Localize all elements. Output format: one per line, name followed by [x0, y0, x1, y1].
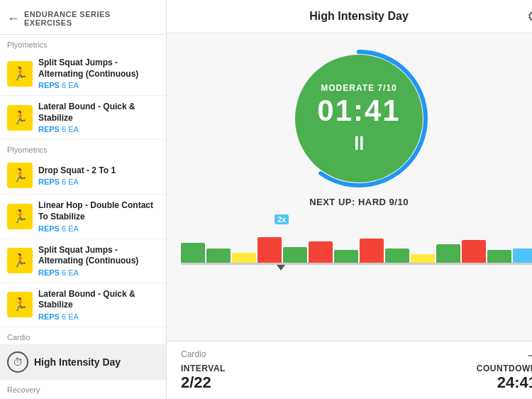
exercise-thumb: 🏃 — [7, 292, 33, 317]
main-header: High Intensity Day ⚙ — [167, 0, 532, 33]
exercise-reps: REPS 6 EA — [38, 125, 159, 133]
exercise-info: Split Squat Jumps - Alternating (Continu… — [38, 245, 159, 277]
exercise-item-lateral-bound-2[interactable]: 🏃 Lateral Bound - Quick & Stabilize REPS… — [0, 283, 166, 327]
exercise-name: Lateral Bound - Quick & Stabilize — [38, 289, 159, 311]
exercise-reps: REPS 6 EA — [38, 268, 159, 277]
exercise-thumb: 🏃 — [7, 248, 33, 273]
section-label-cardio: Cardio — [0, 327, 166, 344]
exercise-reps: REPS 6 EA — [38, 177, 159, 186]
exercise-item-lateral-bound-1[interactable]: 🏃 Lateral Bound - Quick & Stabilize REPS… — [0, 96, 166, 140]
timer-circle[interactable]: MODERATE 7/10 01:41 ⏸ — [288, 48, 430, 190]
progress-bar — [462, 240, 486, 263]
sidebar-header: ← ENDURANCE SERIES EXERCISES — [0, 0, 166, 35]
sidebar-title: ENDURANCE SERIES EXERCISES — [24, 10, 159, 27]
exercise-reps: REPS 6 EA — [38, 81, 159, 89]
progress-area: 2x — [167, 214, 532, 270]
exercise-info: Lateral Bound - Quick & Stabilize REPS 6… — [38, 102, 159, 133]
progress-bar — [360, 239, 384, 263]
exercise-name: Drop Squat - 2 To 1 — [38, 165, 159, 177]
progress-bar — [232, 253, 256, 263]
next-up-label: NEXT UP: HARD 9/10 — [309, 197, 409, 207]
countdown-label: COUNTDOWN — [477, 364, 532, 373]
sidebar: ← ENDURANCE SERIES EXERCISES Plyometrics… — [0, 0, 167, 399]
progress-bar — [283, 247, 307, 263]
exercise-reps: REPS 6 EA — [38, 312, 159, 321]
exercise-info: Split Squat Jumps - Alternating (Continu… — [38, 58, 159, 89]
arrow-icon[interactable]: ⇥ — [528, 349, 532, 362]
exercise-thumb: 🏃 — [7, 163, 33, 188]
cardio-item-high-intensity[interactable]: ⏱ High Intensity Day — [0, 344, 166, 380]
cardio-icon: ⏱ — [7, 351, 28, 373]
progress-bar — [385, 248, 409, 263]
exercise-name: Lateral Bound - Quick & Stabilize — [38, 102, 159, 124]
bottom-top-row: Cardio ⇥ — [181, 349, 532, 362]
marker-2x: 2x — [275, 214, 289, 224]
progress-bar — [487, 250, 511, 263]
exercise-thumb: 🏃 — [7, 204, 33, 229]
main-content: High Intensity Day ⚙ MODERATE 7/10 01:41… — [167, 0, 532, 399]
timer-intensity: MODERATE 7/10 — [321, 83, 397, 93]
progress-bar — [257, 237, 282, 263]
progress-bar — [206, 248, 231, 263]
exercise-item-drop-squat[interactable]: 🏃 Drop Squat - 2 To 1 REPS 6 EA — [0, 157, 166, 195]
exercise-item-split-squat-2[interactable]: 🏃 Split Squat Jumps - Alternating (Conti… — [0, 239, 166, 283]
exercise-item-linear-hop[interactable]: 🏃 Linear Hop - Double Contact To Stabili… — [0, 195, 166, 239]
exercise-info: Lateral Bound - Quick & Stabilize REPS 6… — [38, 289, 159, 321]
countdown-stat: COUNTDOWN 24:41 — [477, 364, 532, 392]
exercise-thumb: 🏃 — [7, 61, 33, 87]
gear-icon[interactable]: ⚙ — [527, 8, 532, 25]
progress-bar — [513, 248, 532, 263]
bars-row — [181, 231, 532, 263]
interval-value: 2/22 — [181, 373, 226, 392]
exercise-name: Split Squat Jumps - Alternating (Continu… — [38, 245, 159, 267]
progress-bar — [181, 243, 205, 263]
interval-stat: INTERVAL 2/22 — [181, 364, 226, 392]
section-label-plyometrics-2: Plyometrics — [0, 140, 166, 157]
timer-time: 01:41 — [317, 96, 400, 126]
countdown-value: 24:41 — [477, 373, 532, 392]
main-title: High Intensity Day — [309, 10, 409, 23]
exercise-info: Drop Squat - 2 To 1 REPS 6 EA — [38, 165, 159, 187]
exercise-name: Linear Hop - Double Contact To Stabilize — [38, 200, 159, 222]
exercise-info: Linear Hop - Double Contact To Stabilize… — [38, 200, 159, 232]
exercise-thumb: 🏃 — [7, 105, 33, 131]
progress-bar — [334, 250, 358, 263]
exercise-name: Split Squat Jumps - Alternating (Continu… — [38, 58, 159, 80]
back-button[interactable]: ← — [7, 11, 20, 26]
progress-bar — [436, 244, 460, 263]
timer-inner: MODERATE 7/10 01:41 ⏸ — [317, 83, 400, 155]
bottom-stats: Cardio ⇥ INTERVAL 2/22 COUNTDOWN 24:41 — [167, 341, 532, 399]
progress-bar — [309, 241, 333, 263]
exercise-item-split-squat-1[interactable]: 🏃 Split Squat Jumps - Alternating (Conti… — [0, 52, 166, 96]
exercise-reps: REPS 6 EA — [38, 224, 159, 233]
bottom-row: INTERVAL 2/22 COUNTDOWN 24:41 — [181, 364, 532, 392]
progress-bar — [411, 254, 435, 263]
cardio-name: High Intensity Day — [34, 356, 121, 368]
timer-area: MODERATE 7/10 01:41 ⏸ NEXT UP: HARD 9/10 — [167, 33, 532, 214]
section-label-recovery: Recovery — [0, 380, 166, 397]
bottom-section-label: Cardio — [181, 349, 206, 359]
section-label-plyometrics-1: Plyometrics — [0, 35, 166, 52]
pause-button[interactable]: ⏸ — [349, 131, 369, 155]
interval-label: INTERVAL — [181, 364, 226, 373]
